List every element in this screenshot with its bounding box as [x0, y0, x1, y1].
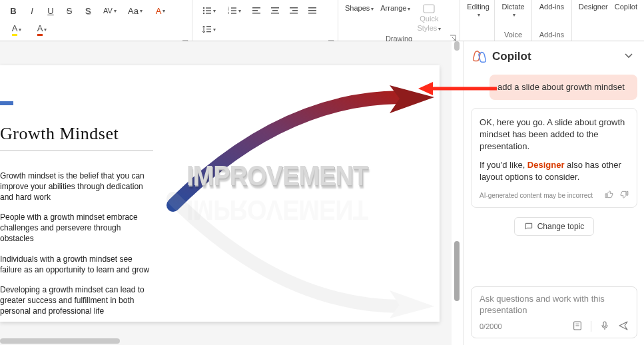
svg-rect-23 [308, 13, 316, 14]
svg-rect-26 [206, 31, 211, 32]
compose-footer: 0/2000 [480, 320, 629, 332]
quick-styles-icon [423, 4, 435, 13]
slide-body[interactable]: Growth mindset is the belief that you ca… [0, 171, 155, 322]
copilot-pane-title: Copilot [492, 50, 616, 63]
svg-point-4 [203, 13, 204, 14]
align-justify-button[interactable] [304, 3, 320, 19]
svg-rect-20 [290, 13, 298, 14]
scroll-arrow-up[interactable] [454, 41, 460, 51]
clear-formatting-button[interactable]: A▾ [149, 3, 172, 19]
prompt-guide-button[interactable] [572, 320, 583, 332]
thumbs-up-button[interactable] [605, 190, 614, 202]
text-shadow-button[interactable]: S [80, 3, 96, 19]
svg-marker-29 [418, 82, 433, 95]
align-center-button[interactable] [267, 3, 283, 19]
annotation-arrow [418, 80, 498, 97]
graphic-word: IMPROVEMENT [186, 160, 368, 191]
char-counter: 0/2000 [480, 322, 502, 330]
addins-group-label: Add-ins [532, 31, 571, 41]
addins-button[interactable]: Add-ins [537, 1, 567, 12]
ribbon-group-drawing: Shapes▾ Arrange▾ Quick Styles▾ Drawing [338, 0, 460, 41]
editing-group-label [460, 39, 494, 41]
slide-stage: Growth Mindset Growth mindset is the bel… [0, 41, 452, 345]
line-spacing-button[interactable]: ▾ [198, 21, 220, 37]
hscroll-thumb[interactable] [0, 338, 120, 344]
highlight-color-button[interactable]: A▾ [5, 21, 28, 37]
horizontal-scrollbar[interactable] [0, 337, 452, 345]
slide-bullet: People with a growth mindset embrace cha… [0, 212, 155, 244]
designer-button[interactable]: Designer [576, 1, 611, 12]
shapes-button[interactable]: Shapes▾ [342, 3, 376, 13]
dictate-button[interactable]: Dictate▾ [499, 1, 527, 19]
char-spacing-button[interactable]: AV▾ [99, 3, 121, 19]
slide[interactable]: Growth Mindset Growth mindset is the bel… [0, 65, 440, 322]
slide-title-rule [0, 151, 153, 151]
italic-button[interactable]: I [24, 3, 40, 19]
scroll-thumb[interactable] [454, 241, 460, 301]
chat-thread: add a slide about growth mindset OK, her… [464, 71, 644, 286]
svg-rect-15 [271, 7, 279, 9]
editing-button[interactable]: Editing▾ [464, 1, 492, 19]
assistant-text: If you'd like, Designer also has other l… [480, 159, 629, 183]
slide-graphic[interactable]: IMPROVEMENT IMPROVEMENT [180, 72, 440, 312]
designer-link[interactable]: Designer [527, 160, 565, 170]
svg-rect-27 [424, 5, 434, 13]
svg-rect-9 [231, 10, 236, 11]
copilot-logo-icon [472, 49, 487, 64]
chat-icon [524, 222, 533, 231]
compose-box[interactable]: Ask questions and work with this present… [471, 286, 637, 338]
thumbs-down-button[interactable] [619, 190, 629, 202]
bold-button[interactable]: B [5, 3, 21, 19]
ribbon-group-designer: Designer Copilot [572, 0, 644, 41]
change-case-button[interactable]: Aa▾ [124, 3, 147, 19]
voice-group-label: Voice [495, 31, 531, 41]
pane-collapse-button[interactable] [621, 48, 636, 65]
slide-bullet: Individuals with a growth mindset see fa… [0, 254, 155, 275]
svg-rect-5 [206, 13, 211, 13]
arrange-button[interactable]: Arrange▾ [378, 3, 413, 13]
svg-rect-22 [308, 10, 316, 11]
ribbon-group-paragraph: ▾ 123▾ ▾ Paragraph [192, 0, 338, 41]
svg-rect-17 [271, 13, 279, 14]
slide-accent-bar [0, 101, 13, 105]
svg-rect-19 [292, 10, 298, 11]
bullets-button[interactable]: ▾ [198, 3, 220, 19]
svg-rect-25 [206, 29, 211, 29]
svg-rect-35 [603, 322, 606, 326]
ribbon-group-addins: Add-ins Add-ins [532, 0, 572, 41]
numbering-button[interactable]: 123▾ [223, 3, 246, 19]
svg-rect-1 [206, 7, 211, 8]
svg-point-0 [203, 7, 204, 9]
svg-rect-18 [290, 7, 298, 9]
svg-rect-11 [231, 13, 236, 13]
font-color-button[interactable]: A▾ [31, 21, 53, 37]
underline-button[interactable]: U [43, 3, 59, 19]
growth-arrow-reflection [160, 192, 440, 322]
user-message: add a slide about growth mindset [489, 75, 637, 100]
svg-rect-21 [308, 7, 316, 9]
align-left-button[interactable] [248, 3, 264, 19]
slide-title[interactable]: Growth Mindset [0, 124, 119, 144]
strikethrough-button[interactable]: S [61, 3, 77, 19]
ribbon: B I U S S AV▾ Aa▾ A▾ A▾ A▾ Font ▾ 123▾ ▾ [0, 0, 644, 41]
svg-text:3: 3 [228, 11, 230, 15]
ai-disclaimer-row: AI-generated content may be incorrect [480, 190, 629, 202]
slide-bullet: Growth mindset is the belief that you ca… [0, 171, 155, 203]
change-topic-button[interactable]: Change topic [514, 217, 595, 236]
svg-rect-13 [252, 10, 258, 11]
svg-rect-12 [252, 7, 260, 9]
mic-button[interactable] [599, 320, 610, 332]
copilot-ribbon-button[interactable]: Copilot [612, 1, 640, 12]
send-button[interactable] [618, 320, 629, 332]
svg-rect-24 [206, 26, 211, 27]
svg-rect-14 [252, 13, 260, 14]
align-right-button[interactable] [286, 3, 302, 19]
quick-styles-button[interactable]: Quick Styles▾ [414, 3, 444, 33]
assistant-text: OK, here you go. A slide about growth mi… [480, 117, 629, 153]
svg-rect-16 [272, 10, 278, 11]
compose-input[interactable]: Ask questions and work with this present… [480, 294, 629, 316]
ribbon-group-voice: Dictate▾ Voice [495, 0, 532, 41]
svg-point-2 [203, 10, 204, 11]
ai-disclaimer: AI-generated content may be incorrect [480, 191, 593, 200]
separator [591, 321, 591, 332]
